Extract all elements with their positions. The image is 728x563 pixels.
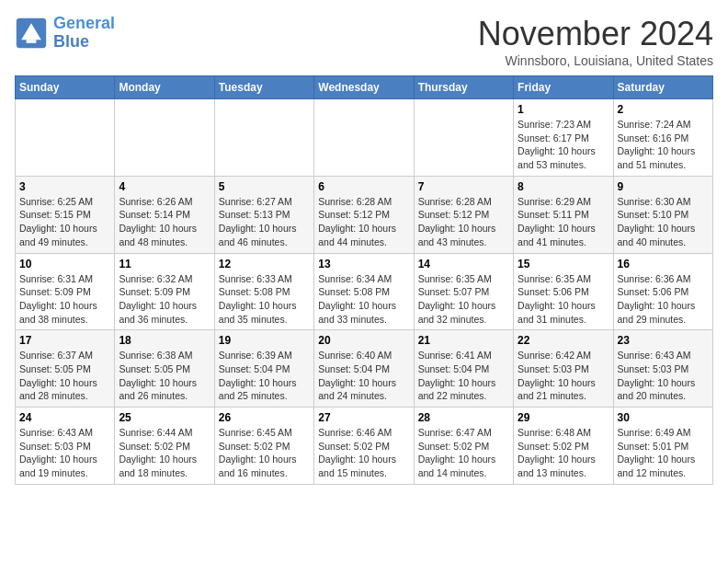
day-number: 13 <box>318 258 409 270</box>
weekday-header: Saturday <box>613 76 712 99</box>
day-info: Sunrise: 6:47 AM Sunset: 5:02 PM Dayligh… <box>418 426 509 480</box>
calendar-cell: 12Sunrise: 6:33 AM Sunset: 5:08 PM Dayli… <box>214 253 313 330</box>
calendar-cell: 8Sunrise: 6:29 AM Sunset: 5:11 PM Daylig… <box>514 176 613 253</box>
weekday-header: Monday <box>115 76 214 99</box>
calendar-cell: 27Sunrise: 6:46 AM Sunset: 5:02 PM Dayli… <box>314 408 414 485</box>
calendar-cell: 2Sunrise: 7:24 AM Sunset: 6:16 PM Daylig… <box>613 99 712 177</box>
calendar-cell: 6Sunrise: 6:28 AM Sunset: 5:12 PM Daylig… <box>314 176 414 253</box>
day-info: Sunrise: 7:23 AM Sunset: 6:17 PM Dayligh… <box>518 118 609 172</box>
day-info: Sunrise: 6:36 AM Sunset: 5:06 PM Dayligh… <box>618 272 709 327</box>
calendar-cell <box>16 99 115 177</box>
calendar-cell: 4Sunrise: 6:26 AM Sunset: 5:14 PM Daylig… <box>115 176 214 253</box>
weekday-header: Friday <box>514 76 613 99</box>
day-number: 6 <box>318 180 409 193</box>
day-number: 12 <box>219 258 310 270</box>
day-number: 18 <box>119 334 210 347</box>
calendar-cell: 15Sunrise: 6:35 AM Sunset: 5:06 PM Dayli… <box>514 253 613 330</box>
calendar-week: 10Sunrise: 6:31 AM Sunset: 5:09 PM Dayli… <box>16 253 713 330</box>
weekday-header: Wednesday <box>314 76 414 99</box>
logo-icon <box>15 17 48 50</box>
day-number: 8 <box>518 180 609 193</box>
day-info: Sunrise: 6:30 AM Sunset: 5:10 PM Dayligh… <box>618 195 709 249</box>
calendar-cell: 30Sunrise: 6:49 AM Sunset: 5:01 PM Dayli… <box>613 408 712 485</box>
location: Winnsboro, Louisiana, United States <box>478 53 713 68</box>
day-number: 21 <box>418 334 509 347</box>
day-number: 25 <box>119 411 210 424</box>
calendar-cell: 10Sunrise: 6:31 AM Sunset: 5:09 PM Dayli… <box>16 253 115 330</box>
day-number: 4 <box>119 180 210 193</box>
day-number: 11 <box>119 258 210 270</box>
calendar-cell <box>314 99 414 177</box>
day-info: Sunrise: 6:35 AM Sunset: 5:06 PM Dayligh… <box>518 272 609 327</box>
calendar-cell: 20Sunrise: 6:40 AM Sunset: 5:04 PM Dayli… <box>314 330 414 408</box>
day-info: Sunrise: 6:38 AM Sunset: 5:05 PM Dayligh… <box>119 349 210 403</box>
day-info: Sunrise: 7:24 AM Sunset: 6:16 PM Dayligh… <box>618 118 709 172</box>
day-number: 17 <box>19 334 110 347</box>
calendar-cell: 9Sunrise: 6:30 AM Sunset: 5:10 PM Daylig… <box>613 176 712 253</box>
calendar-cell: 14Sunrise: 6:35 AM Sunset: 5:07 PM Dayli… <box>414 253 513 330</box>
calendar-cell: 25Sunrise: 6:44 AM Sunset: 5:02 PM Dayli… <box>115 408 214 485</box>
calendar-body: 1Sunrise: 7:23 AM Sunset: 6:17 PM Daylig… <box>16 99 713 485</box>
calendar-cell: 11Sunrise: 6:32 AM Sunset: 5:09 PM Dayli… <box>115 253 214 330</box>
day-number: 30 <box>618 411 709 424</box>
month-title: November 2024 <box>478 15 713 53</box>
calendar-cell <box>414 99 513 177</box>
calendar-cell: 5Sunrise: 6:27 AM Sunset: 5:13 PM Daylig… <box>214 176 313 253</box>
day-info: Sunrise: 6:26 AM Sunset: 5:14 PM Dayligh… <box>119 195 210 249</box>
day-info: Sunrise: 6:33 AM Sunset: 5:08 PM Dayligh… <box>219 272 310 327</box>
day-number: 19 <box>219 334 310 347</box>
day-info: Sunrise: 6:27 AM Sunset: 5:13 PM Dayligh… <box>219 195 310 249</box>
day-number: 15 <box>518 258 609 270</box>
day-info: Sunrise: 6:41 AM Sunset: 5:04 PM Dayligh… <box>418 349 509 403</box>
day-info: Sunrise: 6:49 AM Sunset: 5:01 PM Dayligh… <box>618 426 709 480</box>
calendar-cell: 17Sunrise: 6:37 AM Sunset: 5:05 PM Dayli… <box>16 330 115 408</box>
day-info: Sunrise: 6:46 AM Sunset: 5:02 PM Dayligh… <box>318 426 409 480</box>
day-info: Sunrise: 6:37 AM Sunset: 5:05 PM Dayligh… <box>19 349 110 403</box>
day-info: Sunrise: 6:40 AM Sunset: 5:04 PM Dayligh… <box>318 349 409 403</box>
day-info: Sunrise: 6:29 AM Sunset: 5:11 PM Dayligh… <box>518 195 609 249</box>
calendar-header: SundayMondayTuesdayWednesdayThursdayFrid… <box>16 76 713 99</box>
day-info: Sunrise: 6:44 AM Sunset: 5:02 PM Dayligh… <box>119 426 210 480</box>
day-number: 27 <box>318 411 409 424</box>
day-number: 14 <box>418 258 509 270</box>
day-number: 26 <box>219 411 310 424</box>
calendar-cell: 26Sunrise: 6:45 AM Sunset: 5:02 PM Dayli… <box>214 408 313 485</box>
day-number: 24 <box>19 411 110 424</box>
calendar-cell: 18Sunrise: 6:38 AM Sunset: 5:05 PM Dayli… <box>115 330 214 408</box>
calendar-cell: 24Sunrise: 6:43 AM Sunset: 5:03 PM Dayli… <box>16 408 115 485</box>
day-info: Sunrise: 6:25 AM Sunset: 5:15 PM Dayligh… <box>19 195 110 249</box>
day-number: 7 <box>418 180 509 193</box>
calendar-cell: 1Sunrise: 7:23 AM Sunset: 6:17 PM Daylig… <box>514 99 613 177</box>
day-info: Sunrise: 6:43 AM Sunset: 5:03 PM Dayligh… <box>19 426 110 480</box>
day-info: Sunrise: 6:28 AM Sunset: 5:12 PM Dayligh… <box>318 195 409 249</box>
calendar-cell: 3Sunrise: 6:25 AM Sunset: 5:15 PM Daylig… <box>16 176 115 253</box>
calendar-week: 1Sunrise: 7:23 AM Sunset: 6:17 PM Daylig… <box>16 99 713 177</box>
calendar-cell <box>214 99 313 177</box>
calendar-week: 24Sunrise: 6:43 AM Sunset: 5:03 PM Dayli… <box>16 408 713 485</box>
logo-general: General <box>53 14 115 32</box>
weekday-row: SundayMondayTuesdayWednesdayThursdayFrid… <box>16 76 713 99</box>
calendar-cell <box>115 99 214 177</box>
calendar-cell: 23Sunrise: 6:43 AM Sunset: 5:03 PM Dayli… <box>613 330 712 408</box>
logo-blue: Blue <box>53 32 89 51</box>
logo-text: General Blue <box>53 15 115 52</box>
day-info: Sunrise: 6:48 AM Sunset: 5:02 PM Dayligh… <box>518 426 609 480</box>
day-info: Sunrise: 6:39 AM Sunset: 5:04 PM Dayligh… <box>219 349 310 403</box>
day-number: 20 <box>318 334 409 347</box>
day-info: Sunrise: 6:34 AM Sunset: 5:08 PM Dayligh… <box>318 272 409 327</box>
calendar-cell: 19Sunrise: 6:39 AM Sunset: 5:04 PM Dayli… <box>214 330 313 408</box>
calendar: SundayMondayTuesdayWednesdayThursdayFrid… <box>15 75 713 485</box>
weekday-header: Thursday <box>414 76 513 99</box>
calendar-cell: 13Sunrise: 6:34 AM Sunset: 5:08 PM Dayli… <box>314 253 414 330</box>
svg-rect-2 <box>27 40 37 43</box>
day-number: 28 <box>418 411 509 424</box>
day-info: Sunrise: 6:31 AM Sunset: 5:09 PM Dayligh… <box>19 272 110 327</box>
day-number: 9 <box>618 180 709 193</box>
day-number: 1 <box>518 103 609 116</box>
weekday-header: Sunday <box>16 76 115 99</box>
calendar-week: 17Sunrise: 6:37 AM Sunset: 5:05 PM Dayli… <box>16 330 713 408</box>
day-info: Sunrise: 6:28 AM Sunset: 5:12 PM Dayligh… <box>418 195 509 249</box>
calendar-cell: 21Sunrise: 6:41 AM Sunset: 5:04 PM Dayli… <box>414 330 513 408</box>
title-block: November 2024 Winnsboro, Louisiana, Unit… <box>478 15 713 68</box>
day-info: Sunrise: 6:45 AM Sunset: 5:02 PM Dayligh… <box>219 426 310 480</box>
